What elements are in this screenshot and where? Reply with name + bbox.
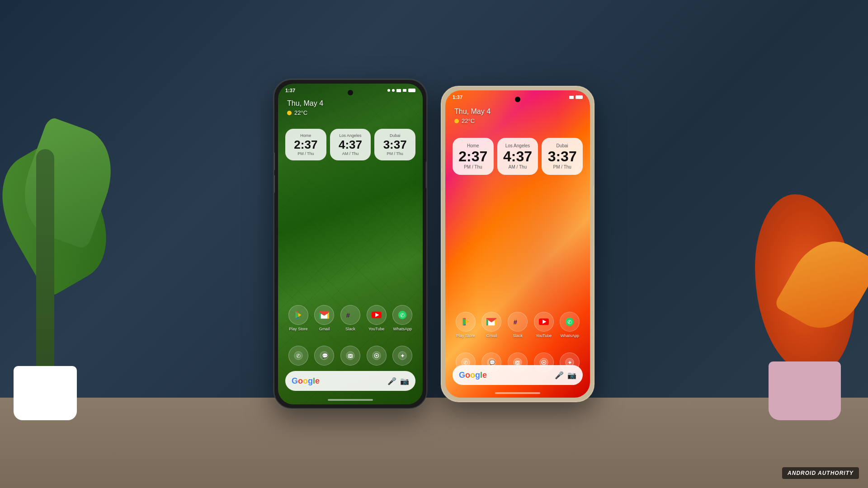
clock-ampm-la-r: AM / Thu xyxy=(502,164,534,169)
battery-icon-right xyxy=(576,95,583,99)
status-time-left: 1:37 xyxy=(285,88,295,93)
chrome-icon xyxy=(367,346,387,366)
app-playstore-left[interactable]: Play Store xyxy=(288,305,308,331)
clock-city-la-r: Los Angeles xyxy=(502,143,534,148)
svg-text:✦: ✦ xyxy=(401,352,406,359)
clock-la-left[interactable]: Los Angeles 4:37 AM / Thu xyxy=(330,129,371,160)
microphone-icon[interactable]: 🎤 xyxy=(387,377,396,385)
volume-down-button-right[interactable] xyxy=(441,173,442,191)
temp-row-left: 22°C xyxy=(287,109,323,116)
svg-text:✆: ✆ xyxy=(296,353,301,359)
app-fan-left[interactable]: ✦ xyxy=(392,346,412,366)
clock-city-la: Los Angeles xyxy=(334,133,368,138)
clock-ampm-home: PM / Thu xyxy=(289,151,323,156)
app-youtube-right[interactable]: YouTube xyxy=(534,312,554,338)
whatsapp-icon: ✆ xyxy=(392,305,412,325)
app-youtube-left[interactable]: YouTube xyxy=(367,305,387,331)
home-indicator-right[interactable] xyxy=(495,392,540,394)
clock-home-left[interactable]: Home 2:37 PM / Thu xyxy=(285,129,326,160)
signal-icon-2 xyxy=(392,89,395,92)
app-gmail-right[interactable]: Gmail xyxy=(481,312,501,338)
app-whatsapp-right[interactable]: ✆ WhatsApp xyxy=(560,312,580,338)
slack-icon-r: # xyxy=(508,312,528,332)
volume-down-button[interactable] xyxy=(274,175,275,193)
gmail-label-r: Gmail xyxy=(486,333,497,338)
clock-la-right[interactable]: Los Angeles 4:37 AM / Thu xyxy=(497,138,538,175)
app-slack-left[interactable]: # Slack xyxy=(340,305,360,331)
wifi-icon-right xyxy=(569,96,574,99)
date-widget-right: Thu, May 4 22°C xyxy=(454,108,491,124)
svg-text:✆: ✆ xyxy=(400,312,405,319)
clock-dubai-right[interactable]: Dubai 3:37 PM / Thu xyxy=(542,138,583,175)
temp-row-right: 22°C xyxy=(454,117,491,124)
youtube-label: YouTube xyxy=(368,327,384,331)
messages-icon: 💬 xyxy=(314,346,334,366)
date-widget-left: Thu, May 4 22°C xyxy=(287,99,323,116)
microphone-icon-right[interactable]: 🎤 xyxy=(555,371,564,380)
date-text-left: Thu, May 4 xyxy=(287,99,323,108)
plant-pot xyxy=(769,361,841,420)
youtube-icon-r xyxy=(534,312,554,332)
app-chrome-left[interactable] xyxy=(367,346,387,366)
google-logo-right: Google xyxy=(459,371,487,380)
app-gmail-left[interactable]: Gmail xyxy=(314,305,334,331)
phone-right: 1:37 Thu, May 4 22°C Home 2:37 xyxy=(441,86,594,402)
gmail-label: Gmail xyxy=(319,327,330,331)
youtube-label-r: YouTube xyxy=(536,333,552,338)
temp-text-right: 22°C xyxy=(462,117,475,124)
home-indicator-left[interactable] xyxy=(328,399,373,401)
clock-time-dubai-r: 3:37 xyxy=(546,149,578,164)
sun-icon-right xyxy=(454,119,459,123)
clock-dubai-left[interactable]: Dubai 3:37 PM / Thu xyxy=(374,129,415,160)
status-icons-left xyxy=(387,89,415,92)
power-button-right[interactable] xyxy=(593,159,594,186)
slack-label: Slack xyxy=(345,327,355,331)
wifi-icon xyxy=(396,89,401,92)
temp-text-left: 22°C xyxy=(294,109,307,116)
playstore-label: Play Store xyxy=(289,327,308,331)
svg-text:#: # xyxy=(514,319,517,326)
apps-row1-right: Play Store Gmail # Slack xyxy=(445,312,590,338)
clock-time-home: 2:37 xyxy=(289,139,323,150)
app-playstore-right[interactable]: Play Store xyxy=(456,312,476,338)
app-slack-right[interactable]: # Slack xyxy=(508,312,528,338)
lens-icon-right[interactable]: 📷 xyxy=(567,371,576,380)
app-phone-left[interactable]: ✆ xyxy=(288,346,308,366)
clock-city-home: Home xyxy=(289,133,323,138)
clock-city-home-r: Home xyxy=(457,143,489,148)
svg-text:#: # xyxy=(346,312,350,319)
phone-icon: ✆ xyxy=(288,346,308,366)
clock-ampm-dubai: PM / Thu xyxy=(378,151,412,156)
camera-cutout xyxy=(348,90,353,95)
clock-ampm-la: AM / Thu xyxy=(334,151,368,156)
search-bar-right[interactable]: Google 🎤 📷 xyxy=(453,365,583,385)
youtube-icon xyxy=(367,305,387,325)
clock-ampm-dubai-r: PM / Thu xyxy=(546,164,578,169)
power-button[interactable] xyxy=(426,161,427,188)
svg-text:✆: ✆ xyxy=(567,319,572,325)
google-logo-left: Google xyxy=(292,376,320,386)
phone-left: 1:37 Thu, May 4 22°C xyxy=(274,79,427,409)
camera-icon xyxy=(340,346,360,366)
status-icons-right xyxy=(569,95,583,99)
app-whatsapp-left[interactable]: ✆ WhatsApp xyxy=(392,305,412,331)
phone-left-screen: 1:37 Thu, May 4 22°C xyxy=(278,84,423,404)
apps-row2-left: ✆ 💬 xyxy=(278,346,423,366)
volume-up-button-right[interactable] xyxy=(441,150,442,168)
lens-icon[interactable]: 📷 xyxy=(400,377,409,385)
plant-pot xyxy=(14,366,77,420)
search-bar-left[interactable]: Google 🎤 📷 xyxy=(285,371,415,391)
app-camera-left[interactable] xyxy=(340,346,360,366)
apps-row1-left: Play Store Gmail # Slack xyxy=(278,305,423,331)
clock-home-right[interactable]: Home 2:37 PM / Thu xyxy=(453,138,494,175)
phones-container: 1:37 Thu, May 4 22°C xyxy=(274,79,594,409)
volume-up-button[interactable] xyxy=(274,152,275,170)
svg-text:💬: 💬 xyxy=(490,359,496,366)
slack-label-r: Slack xyxy=(513,333,523,338)
plant-right xyxy=(696,149,868,420)
clock-time-dubai: 3:37 xyxy=(378,139,412,150)
whatsapp-label: WhatsApp xyxy=(393,327,412,331)
clock-widgets-left: Home 2:37 PM / Thu Los Angeles 4:37 AM /… xyxy=(285,129,415,160)
clock-time-home-r: 2:37 xyxy=(457,149,489,164)
app-messages-left[interactable]: 💬 xyxy=(314,346,334,366)
